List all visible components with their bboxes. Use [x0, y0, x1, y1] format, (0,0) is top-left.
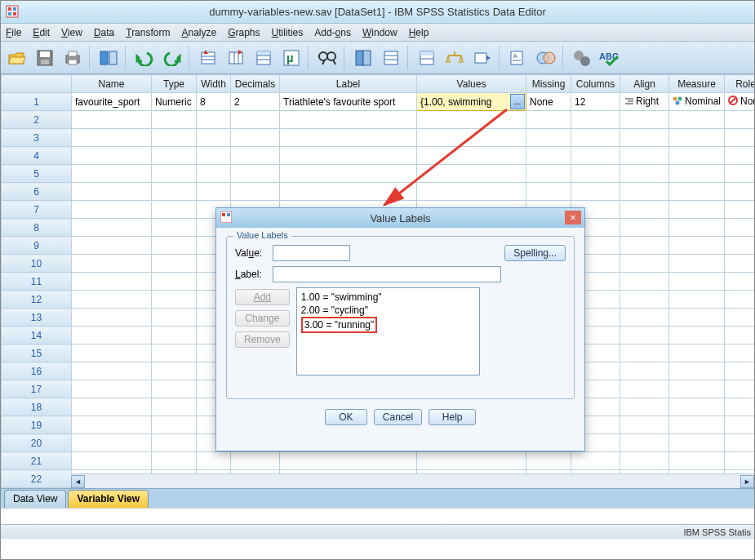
- label-input[interactable]: [273, 266, 501, 282]
- col-rownum[interactable]: [2, 75, 72, 93]
- svg-rect-2: [13, 7, 16, 11]
- row-num[interactable]: 17: [2, 380, 72, 398]
- row-num[interactable]: 15: [2, 344, 72, 362]
- row-num[interactable]: 18: [2, 398, 72, 416]
- row-num[interactable]: 11: [2, 273, 72, 291]
- menu-help[interactable]: Help: [409, 27, 429, 38]
- spellcheck-icon[interactable]: ABC: [597, 45, 623, 71]
- cell-role[interactable]: None: [725, 93, 755, 111]
- value-labels-list[interactable]: 1.00 = "swimming" 2.00 = "cycling" 3.00 …: [296, 287, 480, 376]
- close-button[interactable]: ×: [565, 211, 581, 224]
- add-button[interactable]: Add: [235, 289, 290, 305]
- ok-button[interactable]: OK: [325, 409, 367, 425]
- use-sets-icon[interactable]: A: [505, 45, 531, 71]
- change-button[interactable]: Change: [235, 310, 290, 327]
- col-role[interactable]: Role: [725, 75, 755, 93]
- cell-missing[interactable]: None: [526, 93, 571, 111]
- menu-edit[interactable]: Edit: [33, 27, 50, 38]
- col-label[interactable]: Label: [280, 75, 417, 93]
- row-num[interactable]: 8: [2, 219, 72, 237]
- col-type[interactable]: Type: [152, 75, 197, 93]
- col-name[interactable]: Name: [72, 75, 152, 93]
- row-num[interactable]: 14: [2, 327, 72, 344]
- menu-data[interactable]: Data: [94, 27, 114, 38]
- undo-icon[interactable]: [131, 45, 158, 71]
- save-icon[interactable]: [32, 45, 58, 71]
- open-icon[interactable]: [4, 45, 30, 71]
- list-item[interactable]: 3.00 = "running": [301, 317, 475, 333]
- menu-utilities[interactable]: Utilities: [272, 27, 304, 38]
- cell-decimals[interactable]: 2: [231, 93, 280, 111]
- col-missing[interactable]: Missing: [526, 75, 571, 93]
- value-input[interactable]: [273, 245, 350, 261]
- split-file-icon[interactable]: [350, 45, 376, 71]
- row-num[interactable]: 6: [2, 183, 72, 201]
- spelling-button[interactable]: Spelling...: [504, 245, 566, 261]
- col-measure[interactable]: Measure: [669, 75, 725, 93]
- dialog-title-bar[interactable]: Value Labels ×: [216, 208, 584, 228]
- row-num[interactable]: 19: [2, 416, 72, 434]
- values-ellipsis-button[interactable]: ...: [510, 94, 525, 109]
- label-label: Label:: [235, 269, 268, 280]
- goto-variable-icon[interactable]: [223, 45, 249, 71]
- customize-icon[interactable]: [569, 45, 595, 71]
- show-all-variables-icon[interactable]: [533, 45, 559, 71]
- remove-button[interactable]: Remove: [235, 331, 290, 348]
- col-align[interactable]: Align: [620, 75, 669, 93]
- tab-variable-view[interactable]: Variable View: [68, 490, 149, 508]
- row-num[interactable]: 10: [2, 255, 72, 273]
- row-num[interactable]: 4: [2, 147, 72, 165]
- row-num[interactable]: 7: [2, 201, 72, 219]
- row-num[interactable]: 3: [2, 129, 72, 147]
- menu-file[interactable]: File: [6, 27, 21, 38]
- cell-measure[interactable]: Nominal: [669, 93, 725, 111]
- menu-graphs[interactable]: Graphs: [228, 27, 260, 38]
- cell-label[interactable]: Triathlete's favourite sport: [280, 93, 417, 111]
- cell-name[interactable]: favourite_sport: [72, 93, 152, 111]
- variable-row-1[interactable]: 1 favourite_sport Numeric 8 2 Triathlete…: [2, 93, 755, 111]
- select-cases-icon[interactable]: [414, 45, 440, 71]
- variables-icon[interactable]: [251, 45, 277, 71]
- row-num[interactable]: 13: [2, 309, 72, 327]
- scroll-right-icon[interactable]: ►: [740, 475, 754, 488]
- cell-values[interactable]: {1.00, swimming ...: [417, 93, 526, 111]
- scroll-left-icon[interactable]: ◄: [71, 475, 85, 488]
- cell-align[interactable]: Right: [620, 93, 669, 111]
- weight-cases-icon[interactable]: [378, 45, 404, 71]
- col-columns[interactable]: Columns: [571, 75, 620, 93]
- weight-icon[interactable]: [442, 45, 468, 71]
- help-button[interactable]: Help: [429, 409, 476, 425]
- col-decimals[interactable]: Decimals: [231, 75, 280, 93]
- cell-width[interactable]: 8: [197, 93, 231, 111]
- row-num[interactable]: 9: [2, 237, 72, 255]
- goto-case-icon[interactable]: [195, 45, 221, 71]
- list-item[interactable]: 2.00 = "cycling": [301, 304, 475, 317]
- menu-view[interactable]: View: [61, 27, 82, 38]
- cell-columns[interactable]: 12: [571, 93, 620, 111]
- horizontal-scrollbar[interactable]: ◄ ►: [71, 473, 754, 488]
- row-num[interactable]: 1: [2, 93, 72, 111]
- row-num[interactable]: 2: [2, 111, 72, 129]
- value-labels-icon[interactable]: [469, 45, 495, 71]
- print-icon[interactable]: [60, 45, 86, 71]
- list-item[interactable]: 1.00 = "swimming": [301, 291, 475, 304]
- redo-icon[interactable]: [159, 45, 185, 71]
- find-icon[interactable]: [314, 45, 340, 71]
- run-descriptives-icon[interactable]: μ: [278, 45, 304, 71]
- tab-data-view[interactable]: Data View: [4, 490, 66, 508]
- row-num[interactable]: 20: [2, 434, 72, 452]
- col-width[interactable]: Width: [197, 75, 231, 93]
- col-values[interactable]: Values: [417, 75, 526, 93]
- menu-window[interactable]: Window: [362, 27, 397, 38]
- cell-type[interactable]: Numeric: [152, 93, 197, 111]
- menu-transform[interactable]: Transform: [126, 27, 170, 38]
- cancel-button[interactable]: Cancel: [374, 409, 422, 425]
- row-num[interactable]: 12: [2, 291, 72, 309]
- row-num[interactable]: 5: [2, 165, 72, 183]
- menu-addons[interactable]: Add-ons: [314, 27, 351, 38]
- row-num[interactable]: 16: [2, 362, 72, 380]
- recall-dialog-icon[interactable]: [95, 45, 122, 71]
- row-num[interactable]: 22: [2, 470, 72, 488]
- row-num[interactable]: 21: [2, 452, 72, 470]
- menu-analyze[interactable]: Analyze: [181, 27, 216, 38]
